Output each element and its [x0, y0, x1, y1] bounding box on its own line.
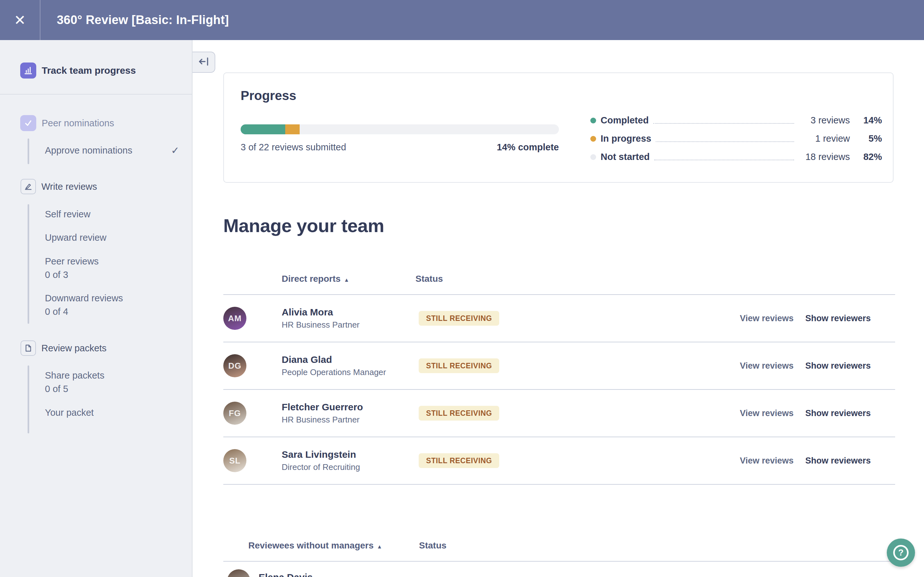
person-name: Sara Livingstein — [282, 449, 360, 460]
sidebar-rail — [27, 204, 29, 324]
manage-your-team-heading: Manage your team — [223, 215, 384, 236]
done-check-icon: ✓ — [171, 145, 179, 156]
downward-reviews-count: 0 of 4 — [45, 306, 68, 317]
reviewees-without-managers-table-header: Reviewees without managers▲ Status — [223, 536, 895, 554]
view-reviews-link[interactable]: View reviews — [740, 408, 794, 418]
sidebar-rail — [27, 139, 29, 164]
question-mark-icon: ? — [893, 545, 909, 560]
page-title: 360° Review [Basic: In-Flight] — [57, 0, 229, 40]
show-reviewers-link[interactable]: Show reviewers — [805, 408, 871, 418]
sidebar-header-track-team-progress[interactable]: Track team progress — [0, 63, 192, 79]
peer-reviews-count: 0 of 3 — [45, 269, 68, 280]
sidebar-item-share-packets[interactable]: Share packets — [45, 370, 104, 381]
document-icon — [21, 340, 36, 356]
sidebar-item-your-packet[interactable]: Your packet — [45, 408, 94, 418]
sidebar-item-label: Peer nominations — [42, 118, 114, 129]
help-button[interactable]: ? — [887, 538, 915, 567]
completed-dot-icon — [590, 118, 596, 123]
bar-chart-icon — [20, 63, 36, 79]
avatar: DG — [223, 354, 246, 377]
progress-legend: Completed 3 reviews 14% In progress 1 re… — [590, 111, 882, 166]
legend-count: 1 review — [798, 133, 850, 144]
person-name: Fletcher Guerrero — [282, 402, 363, 413]
status-badge: STILL RECEIVING — [419, 453, 499, 468]
avatar: FG — [223, 402, 246, 425]
legend-percent: 82% — [850, 152, 882, 162]
legend-label: In progress — [601, 133, 651, 144]
collapse-sidebar-icon — [198, 56, 210, 68]
view-reviews-link[interactable]: View reviews — [740, 361, 794, 371]
column-header-reviewees-without-managers[interactable]: Reviewees without managers▲ — [248, 540, 382, 551]
avatar: SL — [223, 449, 246, 472]
person-title: People Operations Manager — [282, 367, 386, 377]
legend-count: 3 reviews — [798, 115, 850, 126]
dotted-leader — [656, 141, 794, 142]
table-divider — [223, 561, 895, 562]
avatar: ED — [227, 569, 250, 577]
person-name: Alivia Mora — [282, 307, 360, 318]
close-button[interactable]: ✕ — [0, 0, 40, 40]
view-reviews-link[interactable]: View reviews — [740, 314, 794, 324]
legend-percent: 14% — [850, 115, 882, 126]
table-row-partial: ED Elena Davis — [223, 567, 895, 577]
progress-card-title: Progress — [241, 89, 296, 103]
person-title: HR Business Partner — [282, 320, 360, 330]
progress-bar-inprogress-segment — [285, 124, 300, 134]
close-icon: ✕ — [14, 12, 26, 28]
view-reviews-link[interactable]: View reviews — [740, 456, 794, 466]
progress-card: Progress 3 of 22 reviews submitted 14% c… — [223, 73, 893, 183]
legend-row-completed: Completed 3 reviews 14% — [590, 111, 882, 129]
sidebar-header-label: Track team progress — [42, 65, 136, 76]
check-icon — [20, 115, 36, 131]
table-row: DG Diana Glad People Operations Manager … — [223, 342, 895, 390]
person-title: HR Business Partner — [282, 415, 363, 425]
status-badge: STILL RECEIVING — [419, 358, 499, 373]
person-cell: Sara Livingstein Director of Recruiting — [282, 449, 360, 472]
column-header-status[interactable]: Status — [419, 540, 447, 551]
person-cell: Fletcher Guerrero HR Business Partner — [282, 402, 363, 425]
sidebar: Track team progress Peer nominations App… — [0, 40, 192, 577]
sidebar-item-peer-nominations[interactable]: Peer nominations — [0, 115, 192, 131]
sidebar-item-review-packets[interactable]: Review packets — [0, 340, 192, 356]
person-title: Director of Recruiting — [282, 462, 360, 472]
column-header-status[interactable]: Status — [415, 274, 443, 284]
sidebar-item-label: Write reviews — [41, 181, 97, 192]
legend-percent: 5% — [850, 133, 882, 144]
360-review-window: ✕ 360° Review [Basic: In-Flight] Track t… — [0, 0, 924, 577]
progress-bar-completed-segment — [241, 124, 285, 134]
person-name: Elena Davis — [258, 572, 312, 577]
sidebar-divider — [0, 94, 192, 95]
sidebar-item-upward-review[interactable]: Upward review — [45, 232, 107, 243]
status-badge: STILL RECEIVING — [419, 406, 499, 421]
sidebar-item-approve-nominations[interactable]: Approve nominations — [45, 145, 132, 156]
percent-complete-text: 14% complete — [497, 142, 559, 153]
sidebar-rail — [27, 366, 29, 434]
direct-reports-table: AM Alivia Mora HR Business Partner STILL… — [223, 294, 895, 485]
sidebar-item-downward-reviews[interactable]: Downward reviews — [45, 293, 123, 303]
sidebar-item-peer-reviews[interactable]: Peer reviews — [45, 256, 99, 267]
dotted-leader — [653, 123, 794, 124]
status-badge: STILL RECEIVING — [419, 311, 499, 326]
topbar-divider — [40, 0, 40, 40]
in-progress-dot-icon — [590, 136, 596, 142]
show-reviewers-link[interactable]: Show reviewers — [805, 314, 871, 324]
table-row: FG Fletcher Guerrero HR Business Partner… — [223, 390, 895, 437]
pencil-icon — [21, 179, 36, 194]
not-started-dot-icon — [590, 154, 596, 160]
legend-label: Completed — [601, 115, 649, 126]
column-header-direct-reports[interactable]: Direct reports▲ — [282, 274, 349, 284]
show-reviewers-link[interactable]: Show reviewers — [805, 361, 871, 371]
reviews-submitted-text: 3 of 22 reviews submitted — [241, 142, 346, 153]
table-row: AM Alivia Mora HR Business Partner STILL… — [223, 295, 895, 342]
sidebar-item-self-review[interactable]: Self review — [45, 209, 90, 219]
table-row: SL Sara Livingstein Director of Recruiti… — [223, 437, 895, 485]
progress-bar — [241, 124, 559, 134]
legend-count: 18 reviews — [798, 152, 850, 162]
person-name: Diana Glad — [282, 354, 386, 365]
sidebar-item-write-reviews[interactable]: Write reviews — [0, 179, 192, 194]
person-cell: Diana Glad People Operations Manager — [282, 354, 386, 377]
legend-row-not-started: Not started 18 reviews 82% — [590, 148, 882, 166]
show-reviewers-link[interactable]: Show reviewers — [805, 456, 871, 466]
legend-row-in-progress: In progress 1 review 5% — [590, 129, 882, 148]
collapse-sidebar-button[interactable] — [192, 52, 215, 73]
